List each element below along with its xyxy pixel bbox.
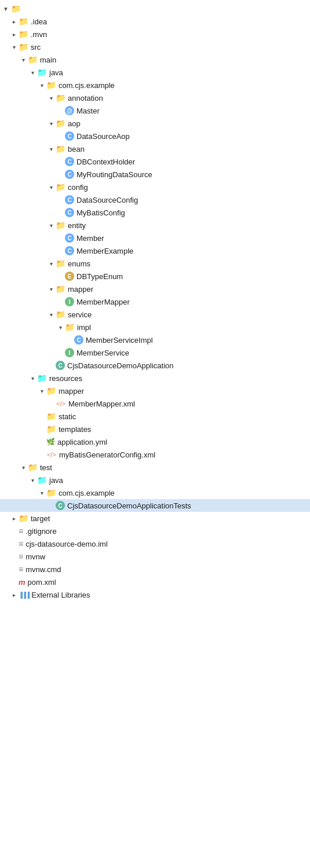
tree-item-application.yml[interactable]: ▾🌿application.yml [0,435,310,448]
icon-aop: 📁 [56,119,65,128]
label-bean: bean [68,145,85,153]
label-DataSourceConfig: DataSourceConfig [76,196,138,204]
label-annotation: annotation [68,94,103,102]
label-test: test [40,463,52,472]
label-resources: resources [49,374,82,383]
icon-mapper: 📁 [56,284,65,294]
icon-bean: 📁 [56,144,65,153]
arrow-config: ▾ [46,182,56,192]
label-myBatisGeneratorConfig.xml: myBatisGeneratorConfig.xml [59,451,155,459]
tree-item-config[interactable]: ▾📁config [0,181,310,193]
tree-item-mapper[interactable]: ▾📁mapper [0,283,310,295]
arrow-impl: ▾ [56,323,65,332]
icon-MemberServiceImpl: C [74,335,83,345]
label-External Libraries: External Libraries [31,591,90,599]
label-MemberExample: MemberExample [76,247,133,255]
tree-item-enums[interactable]: ▾📁enums [0,257,310,270]
icon-MemberService: I [65,348,74,357]
tree-item-DataSourceConfig[interactable]: ▾CDataSourceConfig [0,193,310,206]
label-java-test: java [49,476,63,485]
tree-item-.gitignore[interactable]: ▾≡.gitignore [0,525,310,537]
tree-item-DBContextHolder[interactable]: ▾CDBContextHolder [0,155,310,168]
tree-item-main[interactable]: ▾📁main [0,53,310,66]
tree-item-cjs-datasource-demo.iml[interactable]: ▾≡cjs-datasource-demo.iml [0,537,310,550]
icon-enums: 📁 [56,259,65,268]
arrow-main: ▾ [19,55,28,64]
tree-item-Member[interactable]: ▾CMember [0,232,310,244]
tree-item-DBTypeEnum[interactable]: ▾EDBTypeEnum [0,270,310,283]
tree-item-src[interactable]: ▾📁src [0,41,310,53]
tree-item-target[interactable]: ▸📁target [0,512,310,525]
arrow-java-test: ▾ [28,475,37,485]
tree-item-com.cjs.example[interactable]: ▾📁com.cjs.example [0,79,310,91]
label-CjsDatasourceDemoApplicationTests: CjsDatasourceDemoApplicationTests [67,501,191,510]
tree-item-MyBatisConfig[interactable]: ▾CMyBatisConfig [0,206,310,219]
icon-src: 📁 [19,42,28,52]
tree-item-MemberService[interactable]: ▾IMemberService [0,346,310,359]
tree-item-MyRoutingDataSource[interactable]: ▾CMyRoutingDataSource [0,168,310,181]
arrow-test: ▾ [19,463,28,472]
tree-item-aop[interactable]: ▾📁aop [0,117,310,130]
tree-item-resources[interactable]: ▾📁resources [0,372,310,384]
tree-item-Master[interactable]: ▾@Master [0,104,310,117]
arrow-bean: ▾ [46,144,56,153]
label-enums: enums [68,259,90,268]
tree-item-mvnw.cmd[interactable]: ▾≡mvnw.cmd [0,563,310,576]
label-Member: Member [76,234,104,243]
icon-application.yml: 🌿 [46,438,55,446]
tree-item-myBatisGeneratorConfig.xml[interactable]: ▾</>myBatisGeneratorConfig.xml [0,448,310,461]
arrow-target: ▸ [9,514,19,523]
tree-item-com.cjs.example-test[interactable]: ▾📁com.cjs.example [0,486,310,499]
arrow-aop: ▾ [46,119,56,128]
tree-item-MemberMapper.xml[interactable]: ▾</>MemberMapper.xml [0,397,310,410]
arrow-annotation: ▾ [46,93,56,102]
arrow-External Libraries: ▸ [9,590,19,599]
label-MyBatisConfig: MyBatisConfig [76,208,125,217]
label-idea: .idea [31,17,47,26]
tree-item-MemberExample[interactable]: ▾CMemberExample [0,244,310,257]
label-config: config [68,183,88,192]
arrow-com.cjs.example: ▾ [37,80,46,90]
label-templates: templates [59,425,91,434]
icon-mapper-res: 📁 [46,386,56,395]
label-MemberServiceImpl: MemberServiceImpl [86,336,153,345]
icon-test: 📁 [28,463,38,472]
icon-DataSourceConfig: C [65,195,74,204]
tree-item-entity[interactable]: ▾📁entity [0,219,310,232]
arrow-idea: ▸ [9,17,19,26]
label-mvnw: mvnw [25,552,45,561]
tree-item-CjsDatasourceDemoApplication[interactable]: ▾CCjsDatasourceDemoApplication [0,359,310,372]
tree-item-impl[interactable]: ▾📁impl [0,321,310,334]
tree-item-mvnw[interactable]: ▾≡mvnw [0,550,310,563]
label-MemberMapper: MemberMapper [76,298,130,306]
tree-item-idea[interactable]: ▸📁.idea [0,15,310,28]
file-tree: ▼ 📁 ▸📁.idea▸📁.mvn▾📁src▾📁main▾📁java▾📁com.… [0,0,310,603]
tree-item-test[interactable]: ▾📁test [0,461,310,474]
tree-item-java[interactable]: ▾📁java [0,66,310,79]
tree-root[interactable]: ▼ 📁 [0,2,310,15]
tree-item-CjsDatasourceDemoApplicationTests[interactable]: ▾CCjsDatasourceDemoApplicationTests [0,499,310,512]
icon-annotation: 📁 [56,93,65,102]
arrow-resources: ▾ [28,373,37,383]
icon-resources: 📁 [37,373,47,383]
tree-item-External Libraries[interactable]: ▸▐▐▐External Libraries [0,588,310,601]
icon-main: 📁 [28,55,38,64]
tree-item-java-test[interactable]: ▾📁java [0,474,310,486]
tree-item-annotation[interactable]: ▾📁annotation [0,91,310,104]
tree-item-pom.xml[interactable]: ▾mpom.xml [0,576,310,588]
icon-service: 📁 [56,310,65,319]
arrow-src: ▾ [9,42,19,52]
tree-item-templates[interactable]: ▾📁templates [0,423,310,435]
tree-item-service[interactable]: ▾📁service [0,308,310,321]
icon-mvn: 📁 [19,30,28,39]
tree-item-DataSourceAop[interactable]: ▾CDataSourceAop [0,130,310,142]
tree-item-MemberServiceImpl[interactable]: ▾CMemberServiceImpl [0,334,310,346]
tree-item-mvn[interactable]: ▸📁.mvn [0,28,310,41]
tree-item-bean[interactable]: ▾📁bean [0,142,310,155]
icon-java: 📁 [37,68,47,77]
arrow-entity: ▾ [46,221,56,230]
tree-item-MemberMapper[interactable]: ▾IMemberMapper [0,295,310,308]
label-static: static [59,412,76,421]
tree-item-mapper-res[interactable]: ▾📁mapper [0,384,310,397]
tree-item-static[interactable]: ▾📁static [0,410,310,423]
